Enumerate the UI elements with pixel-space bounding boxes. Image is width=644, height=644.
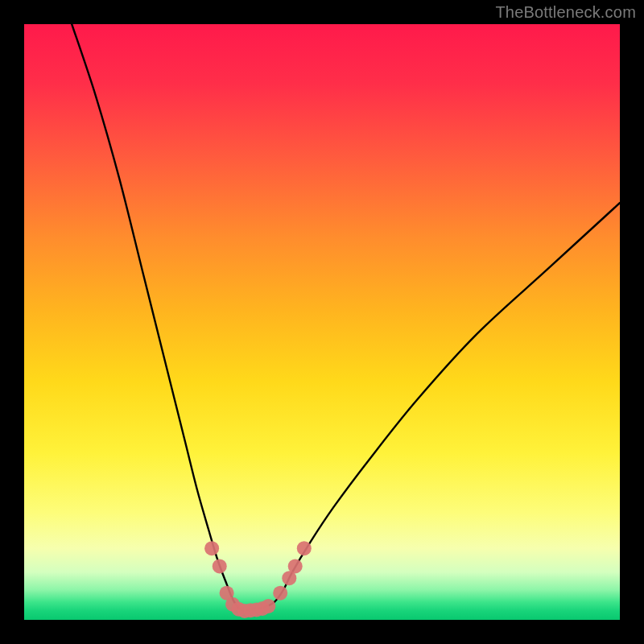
curve-marker (288, 559, 303, 573)
curve-markers (204, 541, 312, 618)
curve-marker (213, 559, 227, 573)
bottleneck-curve (72, 24, 620, 611)
curve-marker (261, 599, 275, 613)
plot-area (24, 24, 620, 620)
curve-marker (204, 541, 219, 555)
curve-layer (24, 24, 620, 620)
curve-marker (297, 541, 312, 555)
curve-marker (273, 586, 287, 601)
watermark-text: TheBottleneck.com (495, 3, 636, 22)
chart-frame: TheBottleneck.com (0, 0, 644, 644)
bottleneck-curve-path (72, 24, 620, 611)
